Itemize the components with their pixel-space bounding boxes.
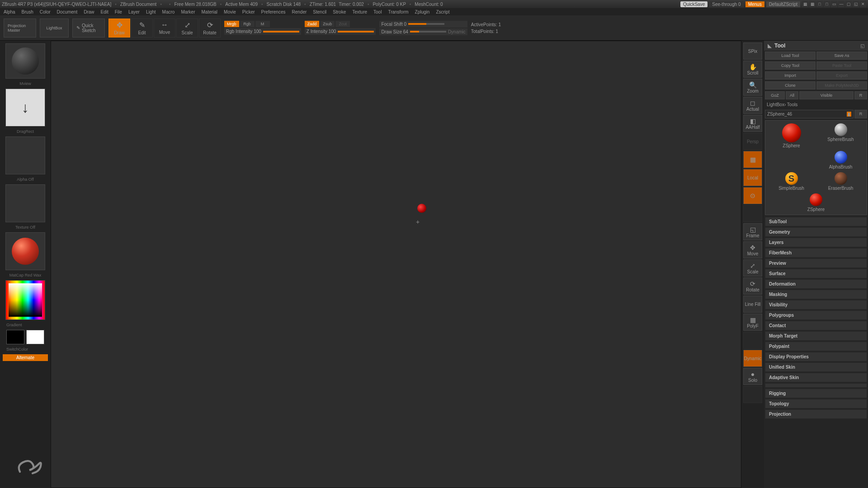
- scale-nav-button[interactable]: ⤢Scale: [743, 259, 762, 277]
- linefill-button[interactable]: Line Fill: [743, 296, 762, 313]
- lightbox-tools-label[interactable]: LightBox› Tools: [764, 100, 868, 109]
- current-tool-name[interactable]: ZSphere_46▮: [765, 110, 854, 118]
- goz-visible-button[interactable]: Visible: [799, 91, 854, 99]
- move-nav-button[interactable]: ✥Move: [743, 241, 762, 258]
- persp-button[interactable]: Persp: [743, 133, 762, 150]
- section-adaptive-skin[interactable]: Adaptive Skin: [765, 373, 867, 382]
- section-morph-target[interactable]: Morph Target: [765, 331, 867, 341]
- quicksave-button[interactable]: QuickSave: [680, 1, 708, 7]
- menu-zplugin[interactable]: Zplugin: [415, 9, 430, 14]
- zsub-button[interactable]: Zsub: [320, 21, 335, 27]
- rotate-mode-button[interactable]: ⟳Rotate: [199, 19, 221, 38]
- goz-button[interactable]: GoZ: [765, 91, 785, 99]
- menu-stroke[interactable]: Stroke: [333, 9, 346, 14]
- mrgb-button[interactable]: Mrgb: [224, 21, 239, 27]
- brush-thumb[interactable]: [5, 43, 45, 79]
- tool-alphabrush[interactable]: AlphaBrush: [817, 151, 864, 169]
- solo-button[interactable]: ●Solo: [743, 368, 762, 385]
- menu-movie[interactable]: Movie: [224, 9, 236, 14]
- section-layers[interactable]: Layers: [765, 238, 867, 247]
- swatch-black[interactable]: [6, 330, 24, 344]
- xpose-button[interactable]: [743, 386, 762, 403]
- dynamic-button[interactable]: Dynamic: [743, 350, 762, 367]
- menu-file[interactable]: File: [115, 9, 122, 14]
- draw-size-slider[interactable]: Draw Size 64 Dynamic: [379, 28, 467, 35]
- menu-transform[interactable]: Transform: [388, 9, 408, 14]
- menu-document[interactable]: Document: [57, 9, 78, 14]
- section-geometry[interactable]: Geometry: [765, 227, 867, 237]
- menu-layer[interactable]: Layer: [128, 9, 140, 14]
- menu-macro[interactable]: Macro: [162, 9, 175, 14]
- section-display-properties[interactable]: Display Properties: [765, 352, 867, 361]
- gradient-label[interactable]: Gradient: [3, 323, 48, 327]
- rotate-nav-button[interactable]: ⟳Rotate: [743, 277, 762, 295]
- menu-draw[interactable]: Draw: [84, 9, 94, 14]
- maximize-icon[interactable]: ▢: [845, 1, 852, 7]
- win-icon[interactable]: □: [816, 1, 823, 7]
- actual-button[interactable]: ◻Actual: [743, 97, 762, 114]
- lightbox-button[interactable]: LightBox: [40, 19, 69, 38]
- tool-simplebrush[interactable]: SSimpleBrush: [768, 172, 815, 191]
- tool-spherebrush[interactable]: SphereBrush: [817, 123, 864, 148]
- section-visibility[interactable]: Visibility: [765, 300, 867, 310]
- stroke-thumb[interactable]: ↓: [5, 89, 45, 127]
- section-rigging[interactable]: Rigging: [765, 389, 867, 398]
- menu-picker[interactable]: Picker: [242, 9, 255, 14]
- frame-button[interactable]: ◱Frame: [743, 223, 762, 240]
- menu-render[interactable]: Render: [292, 9, 307, 14]
- canvas-viewport[interactable]: +: [51, 41, 741, 488]
- minimize-icon[interactable]: —: [838, 1, 844, 7]
- save-as-button[interactable]: Save As: [816, 52, 867, 60]
- menus-button[interactable]: Menus: [745, 1, 764, 7]
- goz-all-button[interactable]: All: [786, 91, 798, 99]
- menu-alpha[interactable]: Alpha: [4, 9, 15, 14]
- aahalf-button[interactable]: ◧AAHalf: [743, 115, 762, 132]
- menu-zscript[interactable]: Zscript: [436, 9, 449, 14]
- menu-stencil[interactable]: Stencil: [313, 9, 326, 14]
- move-mode-button[interactable]: ↔Move: [154, 19, 175, 38]
- switchcolor-button[interactable]: SwitchColor: [3, 347, 48, 352]
- section-polypaint[interactable]: Polypaint: [765, 342, 867, 351]
- section-polygroups[interactable]: Polygroups: [765, 310, 867, 320]
- section-projection[interactable]: Projection: [765, 409, 867, 419]
- section-fibermesh[interactable]: FiberMesh: [765, 248, 867, 258]
- section-surface[interactable]: Surface: [765, 269, 867, 278]
- menu-tool[interactable]: Tool: [373, 9, 382, 14]
- z-intensity-slider[interactable]: Z Intensity 100: [305, 28, 376, 35]
- zcut-button[interactable]: Zcut: [335, 21, 350, 27]
- scale-mode-button[interactable]: ⤢Scale: [176, 19, 198, 38]
- color-picker[interactable]: [5, 280, 45, 320]
- projection-master-button[interactable]: Projection Master: [4, 19, 36, 38]
- section-preview[interactable]: Preview: [765, 258, 867, 268]
- make-polymesh-button[interactable]: Make PolyMesh3D: [816, 81, 867, 89]
- menu-edit[interactable]: Edit: [101, 9, 108, 14]
- polyf-button[interactable]: ▦PolyF: [743, 314, 762, 331]
- section-deformation[interactable]: Deformation: [765, 279, 867, 289]
- tool-zsphere2[interactable]: ZSphere: [768, 193, 864, 212]
- menu-light[interactable]: Light: [146, 9, 156, 14]
- rgb-intensity-slider[interactable]: Rgb Intensity 100: [224, 28, 301, 35]
- load-tool-button[interactable]: Load Tool: [765, 52, 816, 60]
- seethrough-slider[interactable]: See-through 0: [709, 1, 743, 7]
- section-topology[interactable]: Topology: [765, 399, 867, 408]
- floor-button[interactable]: ▦: [743, 151, 762, 168]
- lock-button[interactable]: ⊙: [743, 187, 762, 204]
- win-icon[interactable]: □: [824, 1, 830, 7]
- zadd-button[interactable]: Zadd: [305, 21, 320, 27]
- texture-thumb[interactable]: [5, 184, 45, 222]
- win-icon[interactable]: ▦: [809, 1, 816, 7]
- zoom-button[interactable]: 🔍Zoom: [743, 79, 762, 96]
- goz-r-button[interactable]: R: [854, 91, 867, 99]
- section-unified-skin[interactable]: Unified Skin: [765, 362, 867, 372]
- export-button[interactable]: Export: [816, 71, 867, 80]
- menu-brush[interactable]: Brush: [22, 9, 33, 14]
- menu-color[interactable]: Color: [40, 9, 51, 14]
- draw-mode-button[interactable]: ✥Draw: [108, 19, 130, 38]
- tool-eraserbrush[interactable]: EraserBrush: [817, 172, 864, 191]
- dock-icon[interactable]: ◱: [860, 43, 864, 48]
- swatch-white[interactable]: [26, 330, 44, 344]
- scroll-button[interactable]: ✋Scroll: [743, 61, 762, 78]
- spix-button[interactable]: SPix: [743, 42, 762, 60]
- alternate-button[interactable]: Alternate: [3, 354, 48, 361]
- local-button[interactable]: Local: [743, 169, 762, 186]
